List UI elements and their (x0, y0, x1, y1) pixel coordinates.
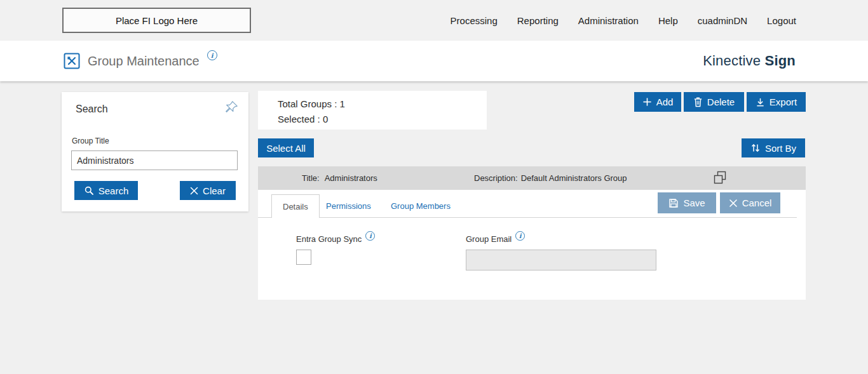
group-detail-panel: Details Permissions Group Members Save C… (258, 190, 806, 300)
entra-group-sync-label: Entra Group Sync (296, 234, 362, 244)
tab-group-members[interactable]: Group Members (391, 194, 451, 217)
plus-icon (642, 97, 652, 107)
add-button[interactable]: Add (634, 92, 681, 112)
sort-by-label: Sort By (765, 143, 796, 154)
tab-underline (258, 217, 797, 218)
fi-logo-text: Place FI Logo Here (116, 15, 198, 26)
nav-item-help[interactable]: Help (658, 15, 678, 26)
delete-button[interactable]: Delete (684, 92, 744, 112)
group-description-field-label: Description: (474, 173, 518, 183)
delete-button-label: Delete (707, 97, 735, 107)
tab-details-label: Details (283, 202, 308, 211)
crud-toolbar: Add Delete Export (634, 92, 806, 112)
select-all-label: Select All (266, 143, 306, 154)
brand-second: Sign (765, 53, 796, 69)
nav-item-processing[interactable]: Processing (451, 15, 498, 26)
nav-item-administration[interactable]: Administration (578, 15, 639, 26)
entra-info-icon[interactable]: i (365, 231, 375, 241)
group-title-value: Administrators (325, 173, 377, 183)
total-groups-text: Total Groups : 1 (278, 97, 487, 112)
brand-logo: Kinective Sign (703, 41, 796, 81)
fi-logo-placeholder: Place FI Logo Here (62, 8, 251, 33)
group-description-cell: Description: Default Administrators Grou… (474, 166, 627, 190)
cancel-x-icon (729, 199, 738, 208)
search-panel-title: Search (76, 104, 108, 115)
download-icon (756, 97, 765, 107)
search-button[interactable]: Search (74, 181, 138, 200)
search-button-label: Search (98, 185, 129, 196)
group-email-label-group: Group Email i (466, 234, 525, 244)
copy-icon[interactable] (712, 170, 728, 185)
selected-count-text: Selected : 0 (278, 112, 487, 127)
save-button-label: Save (683, 197, 705, 208)
add-button-label: Add (656, 97, 674, 107)
maintenance-tools-icon (64, 53, 80, 69)
groups-summary: Total Groups : 1 Selected : 0 (258, 91, 487, 130)
group-email-label: Group Email (466, 234, 512, 244)
pin-icon[interactable] (224, 100, 238, 114)
group-email-info-icon[interactable]: i (515, 231, 525, 241)
clear-button[interactable]: Clear (180, 181, 236, 200)
tab-permissions[interactable]: Permissions (326, 194, 371, 217)
page-info-icon[interactable]: i (207, 50, 217, 60)
entra-group-sync-label-group: Entra Group Sync i (296, 234, 375, 244)
trash-icon (693, 97, 703, 107)
group-email-input (466, 250, 656, 270)
nav-item-logout[interactable]: Logout (767, 15, 796, 26)
sort-arrows-icon (750, 143, 761, 153)
top-navigation: Processing Reporting Administration Help… (451, 0, 796, 41)
group-title-label: Group Title (72, 137, 109, 145)
nav-item-reporting[interactable]: Reporting (517, 15, 559, 26)
tab-group-members-label: Group Members (391, 201, 451, 211)
entra-group-sync-checkbox[interactable] (296, 250, 311, 265)
save-icon (668, 198, 679, 208)
group-title-field-label: Title: (302, 173, 320, 183)
close-icon (190, 187, 198, 195)
brand-first: Kinective (703, 53, 761, 69)
group-description-value: Default Administrators Group (521, 173, 627, 183)
top-bar: Place FI Logo Here Processing Reporting … (0, 0, 868, 41)
tab-details[interactable]: Details (271, 194, 320, 218)
cancel-button[interactable]: Cancel (720, 192, 780, 213)
select-all-button[interactable]: Select All (258, 138, 314, 157)
clear-button-label: Clear (203, 185, 226, 196)
group-title-input[interactable] (71, 150, 238, 170)
search-icon (84, 185, 94, 196)
page-title: Group Maintenance (88, 54, 200, 69)
main-content: Search Group Title Search Clear Total Gr… (0, 81, 868, 374)
group-title-cell: Title: Administrators (302, 166, 377, 190)
group-row[interactable]: Title: Administrators Description: Defau… (258, 166, 806, 190)
cancel-button-label: Cancel (742, 197, 772, 208)
page-title-group: Group Maintenance i (64, 41, 217, 81)
export-button[interactable]: Export (747, 92, 806, 112)
search-panel: Search Group Title Search Clear (62, 92, 248, 211)
export-button-label: Export (770, 97, 797, 107)
sort-by-button[interactable]: Sort By (742, 138, 805, 157)
nav-item-user[interactable]: cuadminDN (698, 15, 747, 26)
page-header: Group Maintenance i Kinective Sign (0, 41, 868, 81)
save-button[interactable]: Save (658, 192, 716, 213)
tab-permissions-label: Permissions (326, 201, 371, 211)
